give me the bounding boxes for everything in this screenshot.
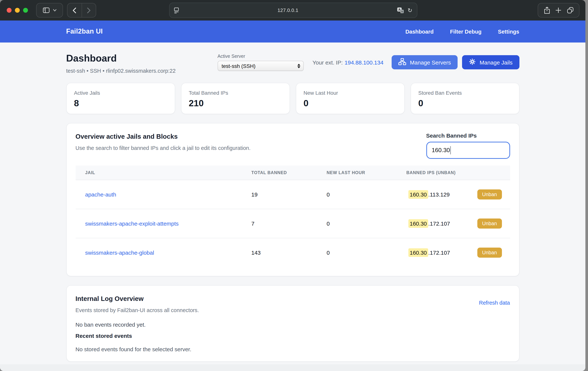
ip-search-highlight: 160.30 [408, 248, 428, 257]
unban-button[interactable]: Unban [477, 248, 502, 258]
banned-ip: 160.30.113.129 [408, 191, 450, 198]
share-icon[interactable] [544, 7, 550, 14]
ip-search-highlight: 160.30 [408, 190, 428, 199]
column-header-total-banned: TOTAL BANNED [251, 165, 327, 180]
external-ip: Your ext. IP:194.88.100.134 [313, 59, 383, 65]
browser-chrome: 127.0.0.1 A a ↻ [0, 0, 585, 21]
page-body: Dashboard test-ssh • SSH • rlinfp02.swis… [0, 43, 585, 364]
active-server-label: Active Server [217, 54, 304, 59]
svg-text:a: a [401, 10, 403, 13]
stat-label: Total Banned IPs [189, 90, 282, 96]
tabs-overview-icon[interactable] [567, 7, 573, 13]
column-header-banned-ips: BANNED IPS (UNBAN) [406, 165, 510, 180]
stats-row: Active Jails 8 Total Banned IPs 210 New … [66, 83, 519, 114]
overview-title: Overview active Jails and Blocks [75, 132, 251, 141]
search-banned-ips-label: Search Banned IPs [426, 132, 510, 139]
stat-value: 210 [189, 98, 282, 109]
log-title-block: Internal Log Overview Events stored by F… [75, 295, 199, 313]
jail-link[interactable]: apache-auth [85, 191, 116, 198]
url-text: 127.0.0.1 [179, 8, 397, 13]
stat-value: 0 [418, 98, 511, 109]
back-button[interactable] [67, 3, 82, 17]
unban-button[interactable]: Unban [477, 218, 502, 229]
external-ip-label: Your ext. IP: [313, 59, 343, 65]
fullscreen-window-button[interactable] [23, 8, 28, 13]
total-banned-cell: 143 [251, 238, 327, 267]
manage-jails-label: Manage Jails [480, 59, 513, 65]
text-caret [450, 146, 451, 154]
total-banned-cell: 7 [251, 209, 327, 238]
window-bottom-strip [0, 364, 585, 371]
page-title: Dashboard [66, 52, 176, 64]
no-ban-events-text: No ban events recorded yet. [75, 321, 510, 328]
stat-card-new-last-hour: New Last Hour 0 [296, 83, 404, 114]
column-header-jail: JAIL [75, 165, 251, 180]
toolbar-button-group [538, 3, 579, 18]
no-stored-events-text: No stored events found for the selected … [75, 346, 510, 352]
address-bar[interactable]: 127.0.0.1 A a ↻ [169, 3, 417, 18]
overview-title-block: Overview active Jails and Blocks Use the… [75, 132, 251, 151]
search-value: 160.30 [432, 147, 450, 154]
column-header-new-last-hour: NEW LAST HOUR [327, 165, 406, 180]
nav-link-settings[interactable]: Settings [498, 29, 519, 34]
history-nav-group [67, 3, 96, 18]
stat-label: New Last Hour [304, 90, 397, 96]
stat-card-total-banned: Total Banned IPs 210 [181, 83, 290, 114]
manage-jails-button[interactable]: Manage Jails [462, 55, 519, 69]
sidebar-toggle-button[interactable] [36, 3, 63, 18]
forward-chevron-icon [87, 7, 91, 13]
new-last-hour-cell: 0 [327, 209, 406, 238]
jail-link[interactable]: swissmakers-apache-exploit-attempts [85, 220, 179, 227]
internal-log-card: Internal Log Overview Events stored by F… [66, 285, 519, 362]
sidebar-icon [43, 8, 49, 13]
translate-icon[interactable]: A a [397, 7, 404, 13]
close-window-button[interactable] [7, 8, 11, 13]
banned-ip: 160.30.172.107 [408, 250, 450, 256]
minimize-window-button[interactable] [15, 8, 20, 13]
window-controls [7, 8, 28, 13]
reload-icon[interactable]: ↻ [408, 8, 412, 13]
stat-value: 0 [304, 98, 397, 109]
new-tab-icon[interactable] [556, 8, 561, 13]
unban-button[interactable]: Unban [477, 189, 502, 199]
log-subtitle: Events stored by Fail2ban-UI across all … [75, 307, 199, 313]
app-brand[interactable]: Fail2ban UI [66, 28, 103, 35]
gear-icon [469, 58, 476, 66]
log-title: Internal Log Overview [75, 295, 199, 303]
browser-window: 127.0.0.1 A a ↻ [0, 0, 585, 371]
table-header-row: JAIL TOTAL BANNED NEW LAST HOUR BANNED I… [75, 165, 510, 180]
active-server-select[interactable]: test-ssh (SSH) [217, 61, 304, 71]
jail-link[interactable]: swissmakers-apache-global [85, 250, 154, 256]
recent-stored-events-title: Recent stored events [75, 333, 510, 339]
table-row: apache-auth 19 0 160.30.113.129 Unban [75, 180, 510, 209]
nav-link-filter-debug[interactable]: Filter Debug [450, 29, 482, 34]
nav-link-dashboard[interactable]: Dashboard [405, 29, 434, 34]
banned-ip: 160.30.172.107 [408, 220, 450, 227]
sitemap-icon [398, 58, 406, 66]
total-banned-cell: 19 [251, 180, 327, 209]
table-row: swissmakers-apache-global 143 0 160.30.1… [75, 238, 510, 267]
refresh-data-link[interactable]: Refresh data [479, 300, 510, 306]
page-title-block: Dashboard test-ssh • SSH • rlinfp02.swis… [66, 52, 176, 74]
stat-card-active-jails: Active Jails 8 [66, 83, 175, 114]
jails-overview-card: Overview active Jails and Blocks Use the… [66, 123, 519, 276]
new-last-hour-cell: 0 [327, 238, 406, 267]
search-banned-ips-input[interactable]: 160.30 [426, 142, 510, 159]
jails-table: JAIL TOTAL BANNED NEW LAST HOUR BANNED I… [75, 165, 510, 267]
active-server-value: test-ssh (SSH) [221, 63, 297, 69]
select-stepper-icon [297, 64, 301, 68]
stat-value: 8 [74, 98, 167, 109]
ip-search-highlight: 160.30 [408, 219, 428, 228]
back-chevron-icon [73, 7, 77, 13]
external-ip-value[interactable]: 194.88.100.134 [345, 59, 384, 65]
nav-links: Dashboard Filter Debug Settings [405, 29, 519, 34]
stat-label: Active Jails [74, 90, 167, 96]
stat-card-stored-ban-events: Stored Ban Events 0 [410, 83, 519, 114]
overview-subtitle: Use the search to filter banned IPs and … [75, 145, 251, 151]
forward-button[interactable] [82, 3, 96, 17]
stat-label: Stored Ban Events [418, 90, 511, 96]
chevron-down-icon [53, 9, 56, 11]
page-subtitle: test-ssh • SSH • rlinfp02.swissmakers.co… [66, 68, 176, 74]
reader-icon[interactable] [174, 7, 179, 13]
manage-servers-button[interactable]: Manage Servers [392, 55, 458, 69]
